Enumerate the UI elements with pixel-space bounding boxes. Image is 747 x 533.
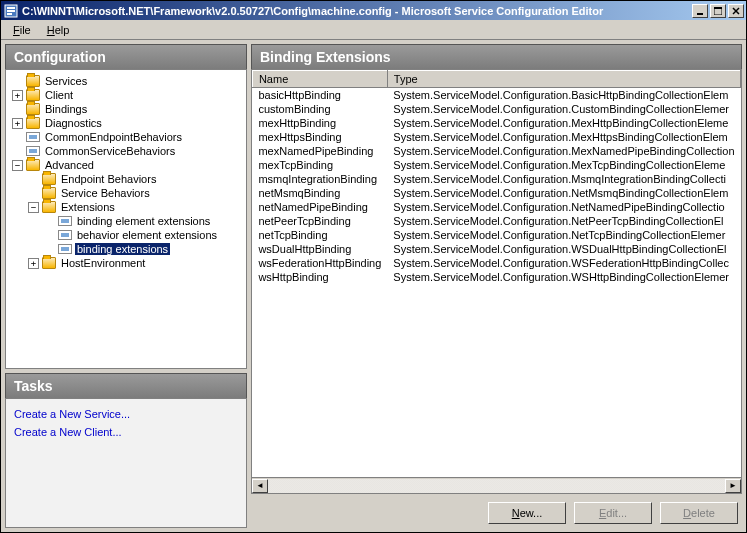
tree-client[interactable]: +Client [8,88,244,102]
scroll-track[interactable] [268,479,725,493]
scroll-left-icon[interactable]: ◄ [252,479,268,493]
configuration-tree: Services +Client Bindings +Diagnostics C… [5,69,247,369]
expander-icon[interactable]: + [28,258,39,269]
edit-button[interactable]: Edit... [574,502,652,524]
table-row[interactable]: wsHttpBindingSystem.ServiceModel.Configu… [252,270,740,284]
expander-icon[interactable]: + [12,90,23,101]
close-button[interactable] [728,4,744,18]
extensions-table-container: Name Type basicHttpBindingSystem.Service… [251,69,742,494]
tree-host-environment[interactable]: +HostEnvironment [8,256,244,270]
tree-service-behaviors[interactable]: Service Behaviors [8,186,244,200]
horizontal-scrollbar[interactable]: ◄ ► [252,477,741,493]
menubar: File Help [1,20,746,40]
scroll-right-icon[interactable]: ► [725,479,741,493]
tree-endpoint-behaviors[interactable]: Endpoint Behaviors [8,172,244,186]
tree-advanced[interactable]: −Advanced [8,158,244,172]
table-row[interactable]: customBindingSystem.ServiceModel.Configu… [252,102,740,116]
cell-type: System.ServiceModel.Configuration.NetNam… [387,200,740,214]
table-row[interactable]: netPeerTcpBindingSystem.ServiceModel.Con… [252,214,740,228]
cell-name: wsDualHttpBinding [252,242,387,256]
svg-rect-1 [7,7,15,9]
svg-rect-3 [7,13,12,15]
table-row[interactable]: netMsmqBindingSystem.ServiceModel.Config… [252,186,740,200]
cell-name: mexTcpBinding [252,158,387,172]
table-row[interactable]: netNamedPipeBindingSystem.ServiceModel.C… [252,200,740,214]
cell-name: basicHttpBinding [252,88,387,103]
extension-icon [58,244,72,254]
tree-binding-element-extensions[interactable]: binding element extensions [8,214,244,228]
right-pane: Binding Extensions Name Type basicHttpBi… [251,44,742,528]
cell-name: netMsmqBinding [252,186,387,200]
column-name[interactable]: Name [252,71,387,88]
task-new-client[interactable]: Create a New Client... [14,423,238,441]
cell-name: netNamedPipeBinding [252,200,387,214]
cell-type: System.ServiceModel.Configuration.WSFede… [387,256,740,270]
cell-name: mexHttpBinding [252,116,387,130]
content-area: Configuration Services +Client Bindings … [1,40,746,532]
tree-bindings[interactable]: Bindings [8,102,244,116]
tree-common-endpoint[interactable]: CommonEndpointBehaviors [8,130,244,144]
tree-extensions[interactable]: −Extensions [8,200,244,214]
titlebar: C:\WINNT\Microsoft.NET\Framework\v2.0.50… [1,1,746,20]
table-row[interactable]: wsFederationHttpBindingSystem.ServiceMod… [252,256,740,270]
tasks-header: Tasks [5,373,247,398]
cell-type: System.ServiceModel.Configuration.MexNam… [387,144,740,158]
cell-name: wsHttpBinding [252,270,387,284]
folder-icon [26,75,40,87]
folder-icon [26,89,40,101]
tree-services[interactable]: Services [8,74,244,88]
table-row[interactable]: netTcpBindingSystem.ServiceModel.Configu… [252,228,740,242]
behavior-icon [26,132,40,142]
cell-name: msmqIntegrationBinding [252,172,387,186]
table-row[interactable]: mexNamedPipeBindingSystem.ServiceModel.C… [252,144,740,158]
cell-type: System.ServiceModel.Configuration.NetMsm… [387,186,740,200]
menu-file[interactable]: File [7,22,37,38]
cell-name: customBinding [252,102,387,116]
tree-binding-extensions[interactable]: binding extensions [8,242,244,256]
folder-icon [26,117,40,129]
table-row[interactable]: mexTcpBindingSystem.ServiceModel.Configu… [252,158,740,172]
app-icon [3,3,19,19]
expander-icon[interactable]: + [12,118,23,129]
table-row[interactable]: msmqIntegrationBindingSystem.ServiceMode… [252,172,740,186]
table-row[interactable]: mexHttpsBindingSystem.ServiceModel.Confi… [252,130,740,144]
svg-rect-2 [7,10,15,12]
folder-icon [26,103,40,115]
menu-help[interactable]: Help [41,22,76,38]
cell-type: System.ServiceModel.Configuration.WSHttp… [387,270,740,284]
tree-diagnostics[interactable]: +Diagnostics [8,116,244,130]
tree-common-service[interactable]: CommonServiceBehaviors [8,144,244,158]
column-type[interactable]: Type [387,71,740,88]
expander-icon[interactable]: − [12,160,23,171]
cell-type: System.ServiceModel.Configuration.MexHtt… [387,116,740,130]
table-row[interactable]: basicHttpBindingSystem.ServiceModel.Conf… [252,88,740,103]
svg-rect-6 [714,7,722,9]
expander-icon[interactable]: − [28,202,39,213]
folder-icon [26,159,40,171]
minimize-button[interactable] [692,4,708,18]
app-window: C:\WINNT\Microsoft.NET\Framework\v2.0.50… [0,0,747,533]
cell-type: System.ServiceModel.Configuration.WSDual… [387,242,740,256]
table-row[interactable]: wsDualHttpBindingSystem.ServiceModel.Con… [252,242,740,256]
maximize-button[interactable] [710,4,726,18]
tree-behavior-element-extensions[interactable]: behavior element extensions [8,228,244,242]
button-row: New... Edit... Delete [251,494,742,528]
extensions-table: Name Type basicHttpBindingSystem.Service… [252,70,741,284]
configuration-header: Configuration [5,44,247,69]
tasks-body: Create a New Service... Create a New Cli… [5,398,247,528]
cell-type: System.ServiceModel.Configuration.MsmqIn… [387,172,740,186]
delete-button[interactable]: Delete [660,502,738,524]
task-new-service[interactable]: Create a New Service... [14,405,238,423]
cell-type: System.ServiceModel.Configuration.BasicH… [387,88,740,103]
cell-name: mexNamedPipeBinding [252,144,387,158]
cell-type: System.ServiceModel.Configuration.MexTcp… [387,158,740,172]
new-button[interactable]: New... [488,502,566,524]
folder-icon [42,187,56,199]
cell-name: wsFederationHttpBinding [252,256,387,270]
cell-name: mexHttpsBinding [252,130,387,144]
cell-name: netTcpBinding [252,228,387,242]
window-title: C:\WINNT\Microsoft.NET\Framework\v2.0.50… [22,5,692,17]
left-pane: Configuration Services +Client Bindings … [5,44,247,528]
table-row[interactable]: mexHttpBindingSystem.ServiceModel.Config… [252,116,740,130]
tasks-panel: Tasks Create a New Service... Create a N… [5,373,247,528]
